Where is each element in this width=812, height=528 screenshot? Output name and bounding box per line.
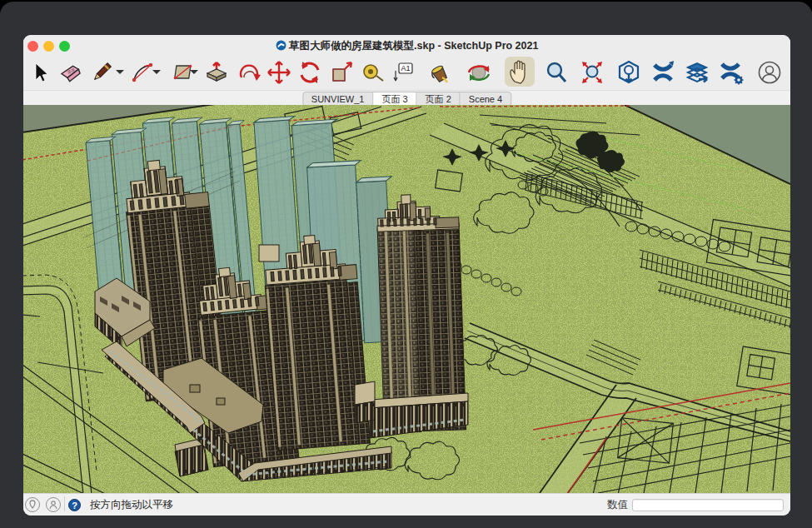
svg-text:A1: A1 (401, 64, 411, 72)
